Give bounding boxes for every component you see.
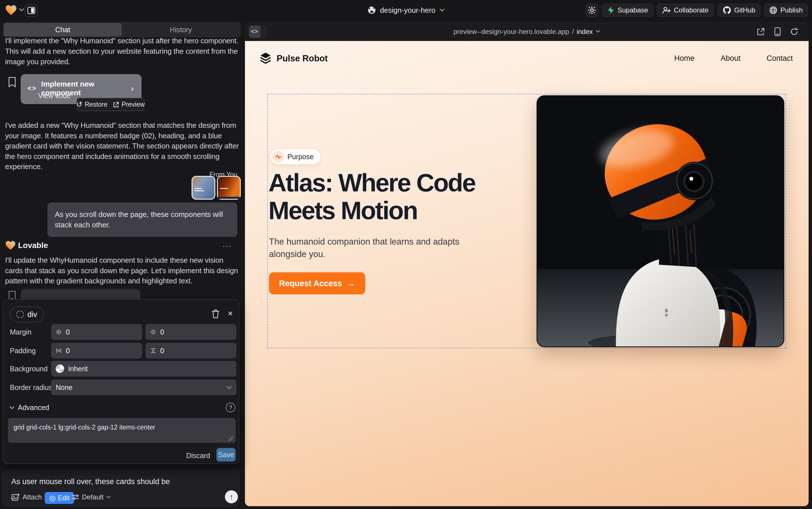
arrow-right-icon: → [347, 278, 355, 288]
border-radius-select[interactable]: None [51, 379, 236, 395]
close-panel-button[interactable]: × [224, 307, 236, 319]
trash-icon [212, 309, 220, 318]
lovable-logo-icon[interactable] [5, 4, 17, 16]
preview-top-bar: preview--design-your-hero.lovable.app / … [245, 22, 809, 41]
attachment-thumbnail-blue[interactable] [191, 176, 215, 200]
github-button[interactable]: GitHub [717, 4, 761, 17]
message-menu-button[interactable]: … [222, 238, 232, 249]
advanced-chevron-icon [9, 406, 14, 409]
preview-url: preview--design-your-hero.lovable.app [453, 28, 569, 36]
restore-label: Restore [85, 101, 108, 108]
textarea-resize-handle[interactable] [228, 436, 233, 441]
thumb-footer-strip [218, 197, 240, 199]
assistant-message-2: I've added a new "Why Humanoid" section … [5, 120, 239, 172]
edit-mode-button[interactable]: ◎ Edit [45, 492, 74, 504]
refresh-button[interactable] [790, 27, 799, 36]
publish-label: Publish [780, 6, 803, 14]
nav-home[interactable]: Home [674, 54, 695, 63]
logo-chevron-down-icon[interactable] [19, 8, 24, 12]
mode-chevron-down-icon [106, 496, 111, 499]
lovable-app: design-your-hero Supabase Collaborate Gi… [0, 0, 812, 509]
tab-chat[interactable]: Chat [4, 23, 122, 36]
attachment-thumbnail-orange[interactable] [217, 176, 241, 200]
padding-y-value: 0 [160, 347, 164, 355]
github-label: GitHub [734, 6, 755, 14]
preview-label: Preview [121, 101, 145, 108]
margin-x-input[interactable]: 0 [51, 324, 142, 340]
bookmark-icon[interactable] [8, 77, 16, 88]
element-tag: div [27, 310, 37, 319]
preview-url-bar[interactable]: preview--design-your-hero.lovable.app / … [245, 22, 809, 41]
discard-button[interactable]: Discard [186, 449, 210, 462]
chat-history-tabs: Chat History [3, 22, 241, 37]
select-chevron-down-icon [226, 386, 232, 389]
padding-x-icon [56, 347, 62, 354]
preview-toolbar-icons [756, 22, 799, 41]
collaborate-button[interactable]: Collaborate [657, 4, 714, 17]
project-name: design-your-hero [380, 6, 436, 15]
version-hover-actions: ↺ Restore Preview [77, 98, 144, 111]
background-label: Background [10, 365, 47, 373]
top-bar: design-your-hero Supabase Collaborate Gi… [0, 0, 812, 20]
open-in-new-tab-button[interactable] [756, 27, 765, 36]
request-access-button[interactable]: Request Access → [269, 272, 365, 294]
background-value: Inherit [68, 365, 87, 373]
save-button[interactable]: Save [216, 448, 236, 462]
chat-composer: As user mouse roll over, these cards sho… [3, 470, 239, 506]
delete-element-button[interactable] [210, 308, 221, 319]
supabase-label: Supabase [618, 6, 648, 14]
margin-label: Margin [10, 328, 31, 336]
external-link-icon [113, 102, 119, 108]
user-note-bubble: As you scroll down the page, these compo… [47, 202, 237, 237]
hero-heading-line1: Atlas: Where Code [268, 169, 475, 197]
padding-y-icon [150, 347, 156, 354]
padding-x-input[interactable]: 0 [51, 343, 142, 359]
selected-element-chip[interactable]: div [10, 307, 44, 323]
site-page: Pulse Robot Home About Contact Purpose A… [245, 41, 809, 506]
github-icon [723, 6, 731, 14]
globe-icon [368, 6, 376, 14]
model-mode-selector[interactable]: Default [72, 493, 111, 501]
mobile-view-button[interactable] [774, 27, 781, 36]
publish-globe-icon [769, 6, 777, 14]
view-code-link[interactable]: View code [38, 92, 71, 100]
padding-x-value: 0 [66, 347, 70, 355]
code-view-toggle[interactable]: <> [249, 26, 267, 38]
chat-input[interactable]: As user mouse roll over, these cards sho… [11, 477, 226, 486]
dashed-selection-icon [17, 311, 24, 318]
mode-label: Default [82, 493, 103, 501]
restore-button[interactable]: ↺ Restore [76, 100, 107, 109]
background-input[interactable]: Inherit [51, 361, 236, 377]
nav-about[interactable]: About [721, 54, 740, 63]
margin-y-value: 0 [160, 328, 164, 336]
attach-button[interactable]: Attach [11, 493, 42, 501]
site-nav: Pulse Robot Home About Contact [245, 41, 809, 75]
badge-label: Purpose [287, 153, 313, 161]
attach-image-icon [11, 493, 20, 501]
advanced-label: Advanced [18, 404, 49, 412]
padding-y-input[interactable]: 0 [146, 343, 236, 359]
publish-button[interactable]: Publish [764, 4, 808, 17]
help-button[interactable]: ? [226, 403, 235, 412]
preview-button[interactable]: Preview [113, 101, 145, 108]
settings-button[interactable] [585, 4, 598, 17]
sliders-icon [72, 494, 79, 501]
brand-name: Pulse Robot [276, 54, 328, 64]
question-icon: ? [229, 404, 232, 411]
tab-history[interactable]: History [122, 23, 240, 36]
sidebar-toggle-button[interactable] [25, 4, 38, 17]
site-brand[interactable]: Pulse Robot [259, 52, 328, 65]
chevron-right-icon: › [131, 84, 134, 93]
advanced-toggle[interactable]: Advanced [9, 404, 49, 412]
attach-label: Attach [23, 493, 42, 501]
project-switcher[interactable]: design-your-hero [368, 0, 445, 20]
supabase-button[interactable]: Supabase [602, 4, 654, 17]
tailwind-classes-textarea[interactable]: grid grid-cols-1 lg:grid-cols-2 gap-12 i… [8, 418, 236, 443]
restore-icon: ↺ [76, 100, 82, 109]
margin-x-value: 0 [66, 328, 70, 336]
nav-links: Home About Contact [674, 54, 793, 63]
nav-contact[interactable]: Contact [767, 54, 793, 63]
send-button[interactable]: ↑ [225, 490, 238, 503]
color-swatch-icon [56, 365, 64, 373]
margin-y-input[interactable]: 0 [146, 324, 236, 340]
